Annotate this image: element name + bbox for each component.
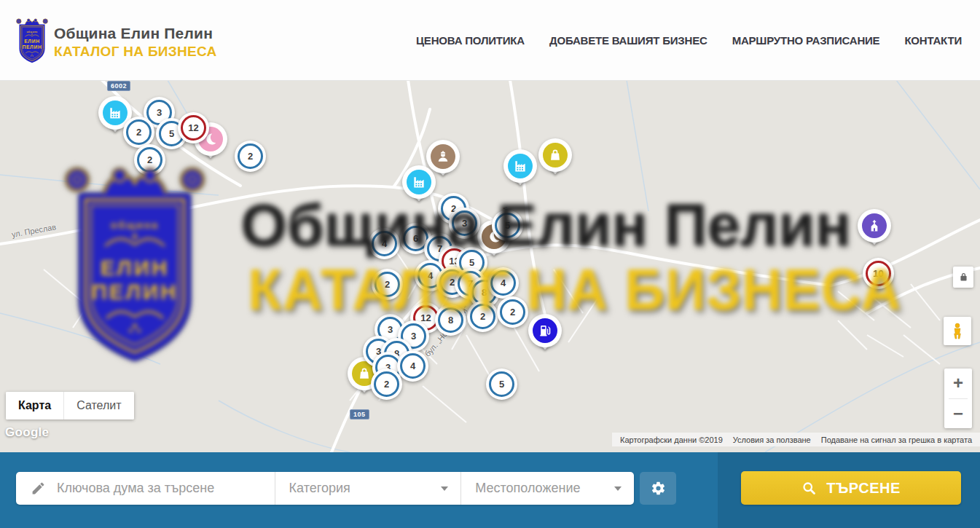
cluster-count: 2: [248, 151, 253, 162]
cluster-count: 8: [448, 315, 453, 326]
factory-icon: [407, 170, 431, 194]
bag-pin-marker[interactable]: [538, 138, 572, 172]
nav-add-business[interactable]: ДОБАВЕТЕ ВАШИЯТ БИЗНЕС: [549, 34, 707, 47]
map-attribution: Картографски данни ©2019 Условия за полз…: [612, 433, 980, 446]
nav-pricing[interactable]: ЦЕНОВА ПОЛИТИКА: [416, 34, 525, 47]
zoom-out-button[interactable]: −: [944, 399, 972, 429]
cluster-count: 5: [499, 379, 504, 390]
cluster-marker[interactable]: 2: [372, 269, 403, 300]
cluster-count: 3: [157, 107, 162, 118]
cluster-count: 5: [469, 257, 474, 268]
fuel-icon: [533, 318, 557, 343]
cluster-marker[interactable]: 2: [134, 144, 165, 176]
site-title: Община Елин Пелин: [54, 25, 217, 42]
cluster-count: 4: [428, 270, 433, 281]
cluster-count: 2: [385, 279, 390, 290]
zoom-in-button[interactable]: +: [944, 369, 972, 398]
cluster-count: 3: [411, 331, 416, 342]
cluster-marker[interactable]: 4: [487, 267, 519, 299]
advanced-settings-button[interactable]: [640, 472, 676, 505]
map-type-control: Карта Сателит: [6, 392, 134, 419]
cluster-marker[interactable]: 2: [235, 141, 266, 172]
svg-text:ЕЛИН: ЕЛИН: [24, 39, 40, 44]
map-type-satellite-button[interactable]: Сателит: [64, 392, 133, 419]
cluster-count: 2: [147, 154, 152, 165]
cluster-count: 3: [388, 324, 393, 335]
cluster-marker[interactable]: 4: [397, 350, 428, 382]
lock-control-button[interactable]: [953, 267, 973, 288]
pegman-button[interactable]: [944, 317, 971, 345]
cluster-count: 2: [510, 307, 515, 318]
chevron-down-icon: [441, 486, 448, 491]
main-nav: ЦЕНОВА ПОЛИТИКА ДОБАВЕТЕ ВАШИЯТ БИЗНЕС М…: [416, 0, 962, 80]
church-pin-marker[interactable]: [858, 209, 891, 243]
cluster-count: 8: [482, 287, 487, 298]
chevron-down-icon: [614, 486, 622, 491]
svg-text:община: община: [26, 31, 37, 34]
cluster-marker[interactable]: 2: [123, 117, 154, 148]
markers-layer: 3251222235647135422784128223338342510: [0, 80, 980, 452]
cluster-count: 4: [382, 238, 387, 249]
cluster-marker[interactable]: 3: [449, 208, 480, 239]
map-canvas[interactable]: 6002 105 ул. Преслав бул. „Новоселци“ иц…: [0, 80, 980, 452]
factory-icon: [103, 101, 128, 125]
search-button-label: ТЪРСЕНЕ: [826, 480, 901, 497]
attribution-terms-link[interactable]: Условия за ползване: [728, 436, 816, 444]
pin-disc: [503, 149, 537, 183]
location-select[interactable]: Местоположение: [461, 472, 634, 505]
pin-disc: [538, 138, 572, 172]
site-logo[interactable]: община ЕЛИН ПЕЛИН: [15, 16, 49, 64]
cluster-count: 5: [505, 220, 510, 231]
attribution-copyright: Картографски данни ©2019: [615, 436, 728, 444]
category-select-label: Категория: [275, 481, 350, 496]
nav-contacts[interactable]: КОНТАКТИ: [904, 34, 962, 47]
cluster-marker[interactable]: 4: [369, 228, 400, 259]
nav-route-schedule[interactable]: МАРШРУТНО РАЗПИСАНИЕ: [732, 34, 880, 47]
cluster-marker[interactable]: 8: [435, 304, 466, 336]
lock-icon: [958, 272, 969, 283]
church-icon: [862, 213, 887, 238]
cluster-marker[interactable]: 5: [486, 369, 517, 400]
cluster-marker[interactable]: 12: [178, 112, 209, 143]
search-bar-right: ТЪРСЕНЕ: [718, 452, 980, 528]
cluster-count: 12: [188, 122, 198, 133]
cluster-count: 12: [420, 312, 431, 323]
factory-pin-marker[interactable]: [503, 149, 537, 183]
cluster-marker[interactable]: 2: [467, 301, 498, 332]
cluster-count: 6: [413, 233, 418, 244]
search-panel: Категория Местоположение: [16, 472, 634, 505]
pin-disc: [528, 314, 562, 347]
cluster-count: 2: [136, 127, 141, 138]
attribution-report-link[interactable]: Подаване на сигнал за грешка в картата: [816, 436, 977, 444]
search-bar-left: Категория Местоположение: [0, 452, 718, 528]
factory-pin-marker[interactable]: [402, 165, 436, 199]
svg-text:ПЕЛИН: ПЕЛИН: [22, 44, 42, 50]
search-icon: [801, 481, 817, 496]
map-type-map-button[interactable]: Карта: [6, 392, 64, 419]
zoom-control: + −: [944, 369, 972, 428]
search-bar: Категория Местоположение ТЪРСЕНЕ: [0, 452, 980, 528]
pegman-icon: [948, 322, 967, 341]
pin-disc: [402, 165, 436, 199]
google-logo[interactable]: Google: [5, 425, 49, 440]
cluster-count: 4: [501, 277, 506, 288]
cluster-marker[interactable]: 10: [863, 258, 894, 289]
cluster-marker[interactable]: 2: [371, 369, 402, 400]
search-button[interactable]: ТЪРСЕНЕ: [741, 471, 961, 505]
cluster-count: 10: [873, 268, 883, 279]
fuel-pin-marker[interactable]: [528, 314, 562, 347]
location-select-label: Местоположение: [461, 481, 580, 496]
site-subtitle: КАТАЛОГ НА БИЗНЕСА: [54, 44, 217, 60]
cluster-count: 5: [169, 128, 174, 139]
factory-icon: [508, 154, 533, 178]
pencil-icon: [31, 481, 46, 496]
cluster-count: 2: [480, 311, 485, 322]
cluster-count: 2: [450, 277, 455, 288]
keyword-field[interactable]: [16, 472, 275, 505]
category-select[interactable]: Категория: [275, 472, 462, 505]
keyword-input[interactable]: [55, 480, 275, 497]
cluster-marker[interactable]: 2: [497, 296, 528, 328]
cluster-marker[interactable]: 5: [492, 210, 523, 241]
cluster-count: 3: [462, 218, 467, 229]
cluster-count: 4: [410, 360, 415, 371]
